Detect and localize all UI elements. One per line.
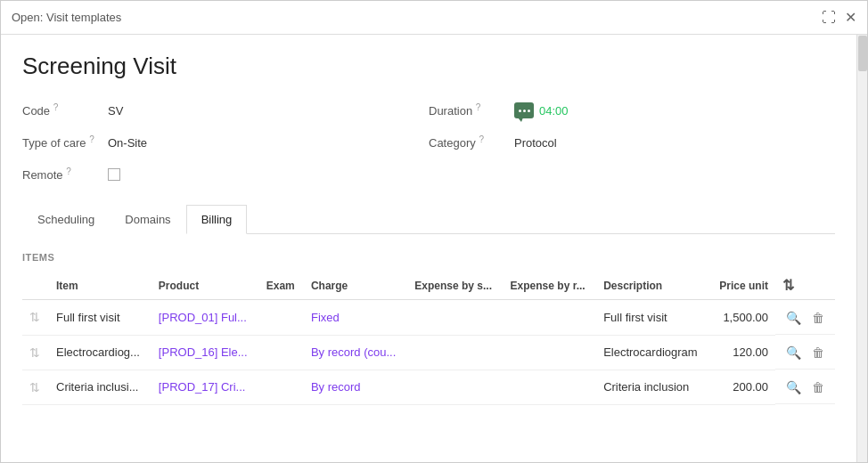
- description-3: Criteria inclusion: [596, 370, 709, 404]
- product-1[interactable]: [PROD_01] Ful...: [151, 300, 259, 336]
- search-icon-2[interactable]: 🔍: [782, 344, 805, 361]
- drag-icon-1: ⇅: [29, 310, 40, 324]
- th-product: Product: [151, 272, 259, 300]
- page-title: Screening Visit: [22, 53, 835, 80]
- chat-icon-inner: [514, 102, 534, 118]
- remote-checkbox[interactable]: [108, 168, 120, 181]
- type-of-care-label: Type of care ?: [22, 134, 102, 150]
- code-tooltip[interactable]: ?: [53, 102, 59, 112]
- table-row: ⇅ Full first visit [PROD_01] Ful... Fixe…: [22, 300, 835, 336]
- form-right: Duration ? 04:00 Category ? Protoco: [429, 98, 835, 187]
- type-of-care-tooltip[interactable]: ?: [89, 134, 94, 144]
- item-3: Criteria inclusi...: [49, 370, 151, 404]
- close-icon[interactable]: ✕: [845, 11, 856, 25]
- code-value: SV: [108, 104, 123, 118]
- charge-2[interactable]: By record (cou...: [304, 335, 407, 370]
- form-grid: Code ? SV Type of care ? On-Site Remote …: [22, 98, 835, 187]
- price-unit-1: 1,500.00: [709, 300, 775, 336]
- expense-s-3: [407, 370, 503, 404]
- code-label: Code ?: [22, 102, 102, 118]
- expand-icon[interactable]: ⛶: [822, 11, 836, 25]
- table-header: Item Product Exam Charge Expense by s...…: [22, 272, 835, 300]
- expense-r-1: [504, 300, 597, 336]
- category-label: Category ?: [429, 134, 509, 150]
- type-of-care-value: On-Site: [108, 136, 147, 150]
- drag-handle-1[interactable]: ⇅: [22, 300, 49, 336]
- product-3[interactable]: [PROD_17] Cri...: [151, 370, 259, 404]
- items-table: Item Product Exam Charge Expense by s...…: [22, 272, 835, 405]
- table-row: ⇅ Criteria inclusi... [PROD_17] Cri... B…: [22, 370, 835, 404]
- expense-r-2: [504, 335, 597, 370]
- item-1: Full first visit: [49, 300, 151, 336]
- expense-s-2: [407, 335, 503, 370]
- titlebar: Open: Visit templates ⛶ ✕: [1, 1, 867, 35]
- titlebar-icons: ⛶ ✕: [822, 11, 856, 25]
- duration-label: Duration ?: [429, 102, 509, 118]
- delete-icon-3[interactable]: 🗑: [808, 378, 828, 396]
- tab-domains[interactable]: Domains: [110, 205, 185, 234]
- th-expense-s: Expense by s...: [407, 272, 503, 300]
- tab-billing[interactable]: Billing: [186, 205, 248, 234]
- category-row: Category ? Protocol: [429, 130, 835, 155]
- price-unit-3: 200.00: [709, 370, 775, 404]
- category-value: Protocol: [514, 136, 557, 150]
- table-container: Item Product Exam Charge Expense by s...…: [22, 272, 835, 405]
- drag-handle-2[interactable]: ⇅: [22, 335, 49, 370]
- search-icon-3[interactable]: 🔍: [782, 378, 805, 396]
- filter-icon[interactable]: ⇅: [782, 278, 794, 293]
- chat-dot-3: [528, 110, 530, 112]
- description-2: Electrocardiogram: [596, 335, 709, 370]
- titlebar-title: Open: Visit templates: [12, 11, 121, 24]
- duration-tooltip[interactable]: ?: [476, 102, 481, 112]
- items-label: ITEMS: [22, 252, 835, 263]
- duration-row: Duration ? 04:00: [429, 98, 835, 123]
- window: Open: Visit templates ⛶ ✕ Screening Visi…: [0, 0, 868, 463]
- remote-label: Remote ?: [22, 167, 102, 182]
- scrollbar-thumb[interactable]: [858, 36, 867, 71]
- product-2[interactable]: [PROD_16] Ele...: [151, 335, 259, 370]
- form-left: Code ? SV Type of care ? On-Site Remote …: [22, 98, 429, 187]
- drag-icon-2: ⇅: [29, 345, 40, 360]
- code-row: Code ? SV: [22, 98, 429, 123]
- tab-scheduling[interactable]: Scheduling: [22, 205, 110, 234]
- expense-s-1: [407, 300, 503, 336]
- actions-3: 🔍 🗑: [775, 370, 835, 404]
- expense-r-3: [504, 370, 597, 404]
- item-2: Electrocardiog...: [49, 335, 151, 370]
- th-expense-r: Expense by r...: [504, 272, 597, 300]
- scrollbar-track[interactable]: [856, 35, 867, 462]
- th-description: Description: [596, 272, 709, 300]
- duration-value: 04:00: [539, 104, 569, 118]
- content-area: Screening Visit Code ? SV Type of care ?…: [1, 35, 867, 462]
- chat-dot-2: [523, 110, 526, 112]
- actions-2: 🔍 🗑: [775, 335, 835, 370]
- th-drag: [22, 272, 49, 300]
- price-unit-2: 120.00: [709, 335, 775, 370]
- description-1: Full first visit: [596, 300, 709, 336]
- tabs: Scheduling Domains Billing: [22, 205, 835, 234]
- drag-icon-3: ⇅: [29, 380, 40, 394]
- type-of-care-row: Type of care ? On-Site: [22, 130, 429, 155]
- charge-3[interactable]: By record: [304, 370, 407, 404]
- delete-icon-1[interactable]: 🗑: [808, 309, 828, 327]
- th-exam: Exam: [259, 272, 304, 300]
- table-body: ⇅ Full first visit [PROD_01] Ful... Fixe…: [22, 300, 835, 405]
- actions-1: 🔍 🗑: [775, 300, 835, 335]
- category-tooltip[interactable]: ?: [479, 134, 484, 144]
- table-row: ⇅ Electrocardiog... [PROD_16] Ele... By …: [22, 335, 835, 370]
- exam-2: [259, 335, 304, 370]
- exam-3: [259, 370, 304, 404]
- chat-icon[interactable]: [514, 102, 534, 118]
- chat-dot-1: [519, 110, 521, 112]
- th-item: Item: [49, 272, 151, 300]
- drag-handle-3[interactable]: ⇅: [22, 370, 49, 404]
- th-price-unit: Price unit: [709, 272, 775, 300]
- th-actions: ⇅: [775, 272, 835, 300]
- delete-icon-2[interactable]: 🗑: [808, 344, 828, 361]
- th-charge: Charge: [304, 272, 407, 300]
- search-icon-1[interactable]: 🔍: [782, 309, 805, 327]
- items-section: ITEMS Item Product Exam Charge Expense b…: [22, 252, 835, 405]
- remote-tooltip[interactable]: ?: [66, 167, 71, 176]
- charge-1[interactable]: Fixed: [304, 300, 407, 336]
- main-content: Screening Visit Code ? SV Type of care ?…: [1, 35, 856, 462]
